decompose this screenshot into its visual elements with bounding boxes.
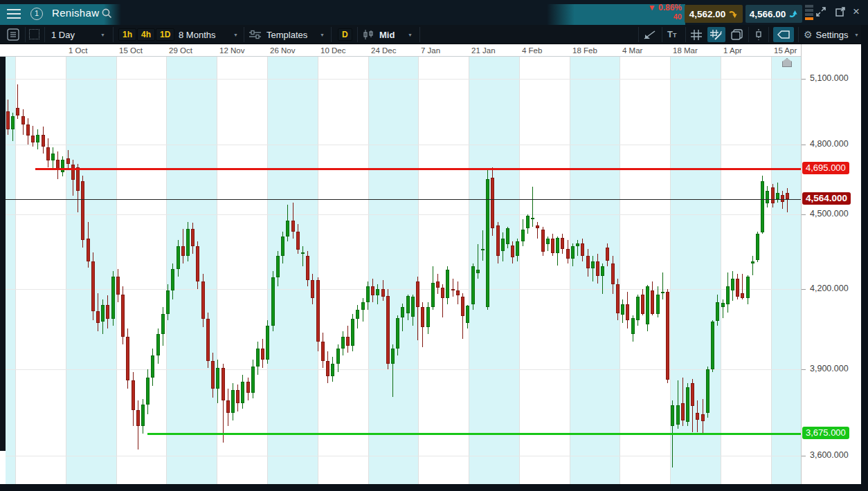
timeframe-1h-button[interactable]: 1h — [118, 28, 136, 41]
vertical-gridline — [368, 57, 369, 484]
price-tick-label: 4,800.000 — [810, 139, 849, 149]
candle — [366, 286, 370, 302]
horizontal-gridline — [6, 369, 801, 370]
candle — [96, 311, 100, 323]
text-tool-icon[interactable]: TT — [667, 29, 676, 39]
candle — [391, 349, 395, 364]
down-triangle-icon: ▼ — [648, 3, 656, 12]
candle — [26, 124, 30, 136]
candle — [226, 400, 230, 414]
candle — [696, 413, 699, 420]
candle — [191, 229, 195, 246]
candle — [386, 296, 390, 364]
eraser-tool-active[interactable] — [773, 27, 794, 42]
candle — [521, 230, 525, 241]
candle — [606, 248, 609, 261]
vertical-gridline — [267, 57, 268, 484]
candle — [751, 261, 754, 264]
support-line — [147, 433, 801, 435]
trend-line-tool-icon[interactable] — [644, 30, 656, 40]
chevron-down-icon: ▼ — [100, 33, 105, 37]
chart-plot[interactable] — [6, 57, 801, 484]
watchlist-icon[interactable] — [7, 28, 19, 41]
vertical-gridline — [166, 57, 167, 484]
date-axis[interactable]: 1 Oct15 Oct29 Oct12 Nov26 Nov10 Dec24 De… — [0, 44, 861, 57]
candle-wick — [752, 256, 753, 275]
buy-button[interactable]: 4,566.00 — [745, 5, 802, 23]
candle — [431, 283, 435, 308]
candle — [221, 368, 225, 400]
horizontal-gridline — [6, 289, 801, 290]
candle-period-badge[interactable]: D — [338, 28, 352, 41]
chevron-down-icon: ▼ — [854, 33, 859, 37]
candle — [31, 136, 35, 142]
candle — [546, 239, 550, 244]
candle — [256, 349, 260, 367]
close-icon[interactable]: × — [853, 5, 860, 19]
price-tick-label: 3,600.000 — [810, 450, 849, 460]
candle — [316, 280, 320, 342]
period-dropdown[interactable]: 1 Day ▼ — [51, 28, 105, 41]
candle — [286, 221, 289, 237]
candle — [741, 293, 744, 299]
templates-dropdown[interactable]: Templates ▼ — [266, 28, 325, 41]
indicator-settings-icon[interactable] — [249, 30, 261, 39]
date-tick-label: 4 Mar — [622, 46, 642, 55]
price-tick-label: 4,200.000 — [810, 284, 849, 293]
candle — [761, 181, 764, 232]
ohlc-marker-icon[interactable] — [754, 29, 763, 40]
vertical-gridline — [66, 57, 66, 484]
chart-toolbar: 1 Day ▼ 1h 4h 1D 8 Months ▼ Templates ▼ … — [0, 25, 868, 44]
menu-icon[interactable] — [7, 9, 21, 19]
resistance-price-tag: 4,695.000 — [802, 162, 849, 174]
timeframe-1d-button[interactable]: 1D — [156, 28, 174, 41]
buy-price: 4,566.00 — [750, 9, 786, 19]
fullscreen-icon[interactable] — [815, 6, 826, 17]
search-icon[interactable] — [102, 8, 112, 19]
candle — [611, 263, 615, 284]
popout-window-icon[interactable] — [835, 6, 846, 17]
candle — [496, 225, 500, 256]
candle — [471, 266, 475, 305]
date-tick-label: 10 Dec — [320, 46, 345, 55]
candle — [406, 296, 410, 313]
candle — [341, 337, 345, 349]
candlestick-type-icon[interactable] — [363, 30, 375, 39]
chevron-down-icon: ▼ — [233, 33, 238, 37]
candle — [516, 241, 519, 256]
range-dropdown[interactable]: 8 Months ▼ — [179, 28, 238, 41]
candle — [66, 158, 70, 164]
sell-price: 4,562.00 — [689, 9, 726, 19]
candle — [81, 181, 84, 240]
candle — [51, 154, 55, 160]
vertical-gridline — [217, 57, 217, 484]
candle — [731, 279, 734, 290]
candle — [371, 286, 374, 295]
candle — [726, 286, 730, 304]
candle — [361, 302, 365, 310]
candle-wick — [577, 240, 578, 256]
price-tick — [802, 214, 806, 215]
price-tick — [802, 289, 806, 290]
layout-grid-icon[interactable] — [29, 29, 39, 39]
grid-toggle-icon[interactable] — [691, 30, 702, 40]
chart-tab-1-badge[interactable]: 1 — [30, 8, 43, 20]
sell-button[interactable]: 4,562.00 — [685, 5, 743, 23]
price-axis[interactable]: 5,100.0004,800.0004,500.0004,200.0003,90… — [801, 44, 861, 484]
candle — [461, 297, 464, 316]
candle — [766, 191, 769, 203]
candle — [106, 305, 109, 319]
draw-on-grid-tool-active[interactable] — [707, 27, 725, 42]
candle — [76, 167, 80, 191]
vertical-gridline — [620, 57, 620, 484]
object-layers-icon[interactable] — [731, 29, 743, 40]
sell-arrow-icon — [729, 10, 738, 19]
settings-button[interactable]: ⚙ Settings ▼ — [804, 28, 859, 41]
candle — [541, 230, 545, 252]
timeframe-4h-button[interactable]: 4h — [137, 28, 155, 41]
date-tick-label: 7 Jan — [421, 46, 440, 55]
market-depth-icon[interactable] — [805, 5, 813, 23]
price-mode-dropdown[interactable]: Mid ▼ — [379, 28, 413, 41]
vertical-gridline — [15, 57, 16, 484]
candle — [421, 307, 424, 327]
